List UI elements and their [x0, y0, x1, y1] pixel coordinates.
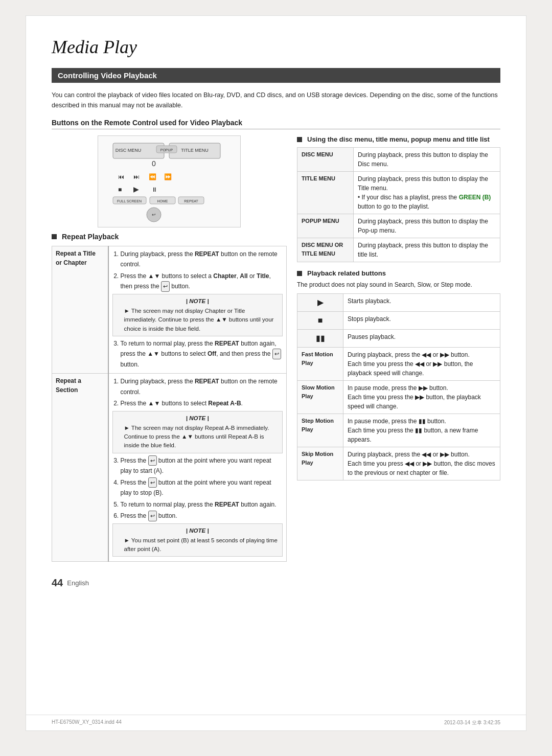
svg-text:⏩: ⏩: [164, 173, 172, 180]
footer-left: HT-E6750W_XY_0314.indd 44: [52, 719, 122, 726]
list-item: ► The screen may not display Chapter or …: [124, 307, 279, 333]
list-item: Press the ↩ button.: [121, 511, 283, 521]
playback-desc-cell: During playback, press the ◀◀ or ▶▶ butt…: [343, 447, 500, 480]
table-row: TITLE MENUDuring playback, press this bu…: [297, 172, 500, 214]
main-content: DISC MENU TITLE MENU POPUP 0 ⏮ ⏭ ⏪ ⏩ ■ ▶: [52, 135, 500, 589]
playback-icon-cell: ▮▮: [297, 330, 343, 348]
menu-item-label: TITLE MENU: [297, 172, 354, 214]
page-number-area: 44 English: [52, 577, 287, 589]
table-row: Repeat aSection During playback, press t…: [52, 374, 287, 562]
playback-desc-cell: During playback, press the ◀◀ or ▶▶ butt…: [343, 348, 500, 381]
svg-text:REPEAT: REPEAT: [184, 199, 198, 203]
list-item: Press the ▲▼ buttons to select Repeat A-…: [121, 398, 283, 408]
table-row: Step MotionPlayIn pause mode, press the …: [297, 414, 500, 447]
playback-desc: The product does not play sound in Searc…: [297, 280, 500, 289]
svg-text:⏪: ⏪: [149, 173, 156, 180]
table-row: DISC MENUDuring playback, press this but…: [297, 148, 500, 172]
page-container: Media Play Controlling Video Playback Yo…: [26, 15, 526, 731]
menu-item-desc: During playback, press this button to di…: [354, 172, 500, 214]
page-lang: English: [67, 579, 89, 587]
list-item: Press the ↩ button at the point where yo…: [121, 477, 283, 498]
svg-text:⏸: ⏸: [151, 186, 157, 193]
playback-label-cell: Skip MotionPlay: [297, 447, 343, 480]
list-item: During playback, press the REPEAT button…: [121, 376, 283, 397]
right-column: Using the disc menu, title menu, popup m…: [297, 135, 500, 480]
playback-icon-cell: ▶: [297, 294, 343, 312]
playback-icon-cell: ■: [297, 312, 343, 330]
repeat-title-content: During playback, press the REPEAT button…: [108, 246, 287, 374]
steps-list-cont: To return to normal play, press the REPE…: [121, 338, 283, 370]
repeat-playback-label: Repeat Playback: [62, 233, 119, 241]
steps-list-cont: Press the ↩ button at the point where yo…: [121, 455, 283, 521]
table-row: Slow MotionPlayIn pause mode, press the …: [297, 381, 500, 414]
svg-text:0: 0: [152, 159, 156, 168]
playback-desc-cell: In pause mode, press the ▮▮ button.Each …: [343, 414, 500, 447]
list-item: Press the ↩ button at the point where yo…: [121, 455, 283, 476]
disc-menu-label: Using the disc menu, title menu, popup m…: [307, 135, 490, 143]
menu-item-label: POPUP MENU: [297, 214, 354, 238]
table-row: Skip MotionPlayDuring playback, press th…: [297, 447, 500, 480]
menu-item-desc: During playback, press this button to di…: [354, 214, 500, 238]
playback-desc-cell: Pauses playback.: [343, 330, 500, 348]
page-title: Media Play: [52, 36, 500, 58]
bullet-icon: [297, 137, 302, 142]
repeat-section-content: During playback, press the REPEAT button…: [108, 374, 287, 562]
table-row: ■Stops playback.: [297, 312, 500, 330]
footer-bar: HT-E6750W_XY_0314.indd 44 2012-03-14 오후 …: [26, 715, 526, 730]
playback-buttons-header: Playback related buttons: [297, 269, 500, 277]
list-item: To return to normal play, press the REPE…: [121, 338, 283, 370]
repeat-section-label: Repeat aSection: [52, 374, 108, 562]
svg-text:■: ■: [118, 186, 122, 193]
table-row: Fast MotionPlayDuring playback, press th…: [297, 348, 500, 381]
svg-text:▶: ▶: [133, 185, 139, 193]
playback-table: ▶Starts playback.■Stops playback.▮▮Pause…: [297, 293, 500, 480]
repeat-table: Repeat a Titleor Chapter During playback…: [52, 246, 287, 562]
table-row: ▶Starts playback.: [297, 294, 500, 312]
buttons-subtitle: Buttons on the Remote Control used for V…: [52, 119, 500, 129]
list-item: Press the ▲▼ buttons to select a Chapter…: [121, 271, 283, 292]
note-block-2: | NOTE | ► You must set point (B) at lea…: [112, 523, 283, 557]
svg-text:HOME: HOME: [157, 199, 168, 203]
list-item: To return to normal play, press the REPE…: [121, 499, 283, 510]
menu-item-label: DISC MENU: [297, 148, 354, 172]
playback-label-cell: Fast MotionPlay: [297, 348, 343, 381]
svg-text:DISC MENU: DISC MENU: [116, 148, 142, 153]
list-item: ► You must set point (B) at least 5 seco…: [124, 536, 279, 554]
svg-text:POPUP: POPUP: [160, 148, 173, 152]
intro-text: You can control the playback of video fi…: [52, 90, 500, 110]
remote-control-image: DISC MENU TITLE MENU POPUP 0 ⏮ ⏭ ⏪ ⏩ ■ ▶: [98, 135, 241, 227]
menu-item-desc: During playback, press this button to di…: [354, 148, 500, 172]
menu-item-label: DISC MENU orTITLE MENU: [297, 238, 354, 262]
table-row: ▮▮Pauses playback.: [297, 330, 500, 348]
svg-text:FULL SCREEN: FULL SCREEN: [117, 199, 142, 203]
playback-buttons-label: Playback related buttons: [307, 269, 386, 277]
footer-right: 2012-03-14 오후 3:42:35: [444, 719, 500, 726]
menu-item-desc: During playback, press this button to di…: [354, 238, 500, 262]
table-row: Repeat a Titleor Chapter During playback…: [52, 246, 287, 374]
svg-text:↩: ↩: [152, 212, 156, 217]
left-column: DISC MENU TITLE MENU POPUP 0 ⏮ ⏭ ⏪ ⏩ ■ ▶: [52, 135, 287, 589]
bullet-icon: [297, 271, 302, 276]
steps-list: During playback, press the REPEAT button…: [121, 249, 283, 292]
disc-menu-table: DISC MENUDuring playback, press this but…: [297, 147, 500, 262]
svg-text:TITLE MENU: TITLE MENU: [181, 148, 209, 153]
playback-label-cell: Slow MotionPlay: [297, 381, 343, 414]
page-number: 44: [52, 577, 63, 589]
bullet-icon: [52, 234, 57, 239]
repeat-title-label: Repeat a Titleor Chapter: [52, 246, 108, 374]
repeat-playback-header: Repeat Playback: [52, 233, 287, 241]
list-item: ► The screen may not display Repeat A-B …: [124, 424, 279, 450]
disc-menu-header: Using the disc menu, title menu, popup m…: [297, 135, 500, 143]
table-row: DISC MENU orTITLE MENUDuring playback, p…: [297, 238, 500, 262]
svg-text:⏮: ⏮: [118, 173, 124, 180]
playback-desc-cell: In pause mode, press the ▶▶ button.Each …: [343, 381, 500, 414]
table-row: POPUP MENUDuring playback, press this bu…: [297, 214, 500, 238]
steps-list: During playback, press the REPEAT button…: [121, 376, 283, 408]
note-block: | NOTE | ► The screen may not display Ch…: [112, 294, 283, 336]
note-block: | NOTE | ► The screen may not display Re…: [112, 411, 283, 453]
list-item: During playback, press the REPEAT button…: [121, 249, 283, 270]
section-header: Controlling Video Playback: [52, 68, 500, 83]
playback-desc-cell: Starts playback.: [343, 294, 500, 312]
playback-desc-cell: Stops playback.: [343, 312, 500, 330]
svg-text:⏭: ⏭: [133, 173, 140, 180]
